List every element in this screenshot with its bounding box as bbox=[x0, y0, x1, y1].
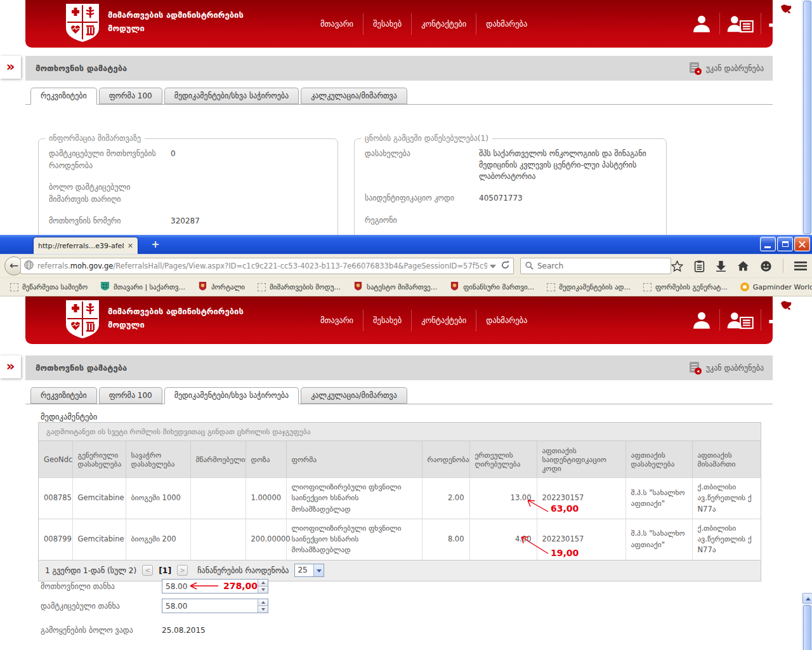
nav-about[interactable]: შესახებ bbox=[363, 14, 411, 34]
medication-row[interactable]: 008799 Gemcitabine ბიოგემი 200 200.00000… bbox=[39, 519, 761, 559]
bookmark-item[interactable]: ფინანსური მართვი... bbox=[445, 280, 539, 294]
tab-close-icon[interactable]: ✕ bbox=[128, 242, 133, 250]
green-shield-icon bbox=[100, 281, 110, 293]
user-icon[interactable] bbox=[684, 310, 719, 329]
tab-strip: რეკვიზიტები ფორმა 100 მედიკამენტები/სხვა… bbox=[25, 387, 773, 404]
column-header[interactable]: აფთიაქის დასახელება bbox=[625, 441, 692, 478]
url-text: referrals.moh.gov.ge/ReferralsHall/Pages… bbox=[37, 262, 487, 270]
reload-icon[interactable] bbox=[501, 260, 510, 272]
pager-prev-button[interactable]: < bbox=[142, 565, 153, 576]
window-minimize-button[interactable] bbox=[760, 237, 776, 251]
scroll-up-icon[interactable] bbox=[802, 593, 812, 604]
tab-medications[interactable]: მედიკამენტები/სხვა საჭიროება bbox=[164, 387, 299, 404]
bookmark-item[interactable]: ფორმების გენერატ... bbox=[638, 282, 733, 293]
dashed-placeholder-icon bbox=[10, 283, 18, 291]
grid-pager: 1 გვერდი 1-დან (სულ 2) < [1] > ჩანაწერებ… bbox=[39, 560, 761, 581]
document-back-icon: ◂ bbox=[688, 362, 702, 375]
tab-strip: რეკვიზიტები ფორმა 100 მედიკამენტები/სხვა… bbox=[25, 88, 773, 105]
window-restore-button[interactable] bbox=[777, 237, 793, 251]
spinner-down-icon[interactable] bbox=[258, 606, 268, 613]
column-header[interactable]: სავაჭრო დასახელება bbox=[126, 441, 190, 478]
tab-requisites[interactable]: რეკვიზიტები bbox=[30, 387, 97, 404]
page-snapshot-top: მიმართვების ადმინისტრირების მოდული მთავა… bbox=[0, 0, 812, 235]
language-globe-icon[interactable] bbox=[778, 297, 794, 315]
column-header[interactable]: მწარმოებელი bbox=[190, 441, 246, 478]
scrollbar-thumb[interactable] bbox=[803, 605, 811, 650]
home-icon[interactable] bbox=[737, 260, 749, 272]
star-icon[interactable] bbox=[671, 260, 683, 272]
nav-home[interactable]: მთავარი bbox=[311, 14, 363, 34]
spinner-buttons bbox=[258, 599, 268, 613]
search-bar[interactable]: Search bbox=[520, 258, 671, 274]
hello-smiley-icon[interactable] bbox=[760, 260, 772, 272]
nav-contacts[interactable]: კონტაქტები bbox=[412, 310, 476, 330]
field-label: საიდენტიფიკაციო კოდი bbox=[365, 192, 479, 204]
window-close-button[interactable] bbox=[794, 237, 810, 251]
nav-help[interactable]: დახმარება bbox=[476, 14, 537, 34]
nav-help[interactable]: დახმარება bbox=[476, 310, 537, 330]
column-header[interactable]: ფორმა bbox=[286, 441, 422, 478]
cell-geondc: 008799 bbox=[39, 519, 72, 559]
sidebar-expander-icon[interactable]: » bbox=[0, 355, 21, 378]
scrollbar-thumb[interactable] bbox=[803, 1, 811, 234]
georgian-emblem-icon bbox=[353, 281, 363, 293]
spinner-down-icon[interactable] bbox=[258, 587, 268, 594]
cell-quantity: 8.00 bbox=[422, 519, 469, 559]
bookmark-item[interactable]: მედიკამენტების ად... bbox=[542, 282, 636, 293]
language-globe-icon[interactable] bbox=[778, 1, 794, 18]
column-header[interactable]: დოზა bbox=[246, 441, 286, 478]
back-button[interactable]: ◂ უკან დაბრუნება bbox=[688, 62, 764, 75]
fieldset-legend: ინფორმაცია მიმართვაზე bbox=[45, 134, 145, 143]
url-bar[interactable]: referrals.moh.gov.ge/ReferralsHall/Pages… bbox=[20, 258, 514, 274]
collapse-header-icon[interactable] bbox=[783, 323, 797, 341]
dashed-placeholder-icon bbox=[643, 283, 652, 291]
tab-form100[interactable]: ფორმა 100 bbox=[99, 387, 162, 404]
user-icon[interactable] bbox=[684, 14, 719, 33]
bookmark-item[interactable]: Gapminder World bbox=[735, 281, 812, 293]
georgian-emblem-icon bbox=[450, 281, 459, 293]
bookmark-item[interactable]: მეწარმეთა სამიეზო bbox=[5, 282, 93, 293]
column-header[interactable]: რაოდენობა bbox=[422, 441, 469, 478]
column-header[interactable]: აფთიაქის მისამართი bbox=[692, 441, 761, 478]
tab-calculation[interactable]: კალკულაცია/მიმართვა bbox=[301, 387, 407, 404]
tab-requisites[interactable]: რეკვიზიტები bbox=[30, 88, 97, 105]
download-icon[interactable] bbox=[716, 260, 726, 272]
user-list-icon[interactable] bbox=[720, 310, 761, 329]
bookmark-item[interactable]: მთავარი | საქართვ... bbox=[95, 280, 190, 294]
back-button[interactable]: ◂ უკან დაბრუნება bbox=[688, 362, 764, 375]
nav-about[interactable]: შესახებ bbox=[363, 310, 411, 330]
nav-contacts[interactable]: კონტაქტები bbox=[412, 14, 476, 34]
medication-row[interactable]: 008785 Gemcitabine ბიოგემი 1000 1.00000 … bbox=[39, 478, 761, 519]
browser-tab[interactable]: http://referrals...e39-afe8afa2e732 ✕ bbox=[33, 237, 138, 254]
requested-amount-input[interactable] bbox=[162, 579, 268, 594]
column-header[interactable]: GeoNdc bbox=[39, 441, 72, 478]
dashed-placeholder-icon bbox=[547, 283, 555, 291]
new-tab-button[interactable]: + bbox=[148, 238, 163, 251]
column-header[interactable]: ერთეულის ღირებულება bbox=[469, 441, 537, 478]
approved-amount-input[interactable] bbox=[162, 599, 268, 613]
url-dropdown-icon[interactable] bbox=[490, 265, 496, 268]
pager-current-page[interactable]: [1] bbox=[159, 566, 171, 575]
spinner-up-icon[interactable] bbox=[258, 580, 268, 587]
page-size-select[interactable]: 25 bbox=[294, 564, 324, 577]
bookmark-item[interactable]: პორტალი bbox=[193, 280, 250, 294]
sidebar-expander-icon[interactable]: » bbox=[0, 56, 21, 79]
nav-home[interactable]: მთავარი bbox=[311, 310, 363, 330]
bookmark-item[interactable]: სატესტო მიმართვე... bbox=[348, 280, 442, 294]
tab-calculation[interactable]: კალკულაცია/მიმართვა bbox=[301, 88, 407, 104]
tab-form100[interactable]: ფორმა 100 bbox=[99, 88, 162, 104]
pager-next-button[interactable]: > bbox=[177, 565, 188, 576]
column-header[interactable]: გენერიული დასახელება bbox=[72, 441, 126, 478]
bookmarks-clipboard-icon[interactable] bbox=[694, 260, 705, 272]
field-value: 0 bbox=[171, 148, 323, 171]
scrollbar-bottom-page[interactable] bbox=[802, 593, 812, 650]
collapse-header-icon[interactable] bbox=[783, 27, 797, 44]
user-list-icon[interactable] bbox=[720, 14, 761, 33]
bookmark-item[interactable]: მიმართვების მოდუ... bbox=[252, 282, 346, 293]
menu-icon[interactable] bbox=[794, 261, 807, 271]
tab-medications[interactable]: მედიკამენტები/სხვა საჭიროება bbox=[164, 88, 299, 104]
app-header: მიმართვების ადმინისტრირების მოდული მთავა… bbox=[25, 0, 773, 48]
spinner-up-icon[interactable] bbox=[258, 599, 268, 606]
column-header[interactable]: აფთიაქის საიდენტიფიკაციო კოდი bbox=[537, 441, 625, 478]
scrollbar-top-page[interactable] bbox=[802, 0, 812, 235]
